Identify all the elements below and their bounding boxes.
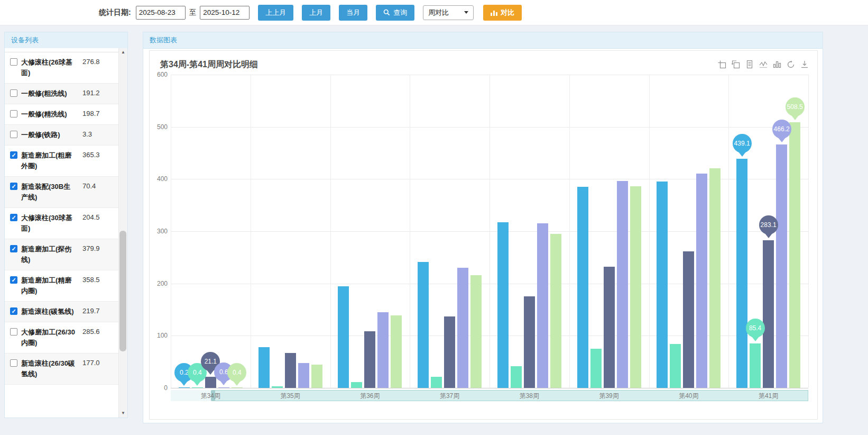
chart-bar[interactable] xyxy=(604,267,615,388)
device-row[interactable]: 大修滚柱(26球基面)276.8 xyxy=(5,52,119,84)
chart-bar[interactable] xyxy=(431,377,442,388)
chart-bar[interactable] xyxy=(696,174,707,388)
chart-bar[interactable] xyxy=(338,286,349,388)
device-value: 285.6 xyxy=(82,327,100,337)
prev-month-label: 上月 xyxy=(309,8,323,17)
chart-bar[interactable] xyxy=(630,186,641,388)
scrollbar-thumb[interactable] xyxy=(119,231,126,351)
device-row[interactable]: ✓新造装配(30B生产线)70.4 xyxy=(5,177,119,208)
chart-bar[interactable] xyxy=(258,347,270,388)
value-pin-marker: 466.2 xyxy=(772,120,791,142)
chart-bar[interactable] xyxy=(272,386,283,388)
date-to-input[interactable] xyxy=(200,6,250,20)
chart-bar[interactable] xyxy=(391,315,402,388)
checkbox-checked[interactable]: ✓ xyxy=(10,276,17,284)
bar-chart-toggle-icon[interactable] xyxy=(772,60,781,69)
device-row[interactable]: 大修磨加工(26/30内圈)285.6 xyxy=(5,322,119,354)
chart-bar[interactable] xyxy=(709,168,721,388)
device-row[interactable]: 新造滚柱(26/30碳氢线)177.0 xyxy=(5,354,119,385)
chart-bar[interactable] xyxy=(311,365,322,388)
device-row[interactable]: ✓大修滚柱(30球基面)204.5 xyxy=(5,208,119,239)
chart-bar[interactable] xyxy=(683,251,694,388)
chart-bar[interactable] xyxy=(657,182,668,388)
checkbox-unchecked[interactable] xyxy=(10,359,17,367)
checkbox-unchecked[interactable] xyxy=(10,110,17,117)
scrollbar[interactable]: ▲ ▼ xyxy=(118,48,127,418)
date-separator: 至 xyxy=(189,8,197,17)
prev-prev-month-label: 上上月 xyxy=(265,8,286,17)
chart-bar[interactable] xyxy=(617,181,628,388)
device-row[interactable]: ✓新造磨加工(探伤线)379.9 xyxy=(5,239,119,270)
chart-bar[interactable] xyxy=(524,296,535,388)
device-label: 新造装配(30B生产线) xyxy=(21,182,76,203)
download-icon[interactable] xyxy=(800,60,809,69)
chart-bar[interactable] xyxy=(550,234,561,388)
checkbox-unchecked[interactable] xyxy=(10,131,17,138)
data-zoom-icon[interactable] xyxy=(717,60,726,69)
scroll-down-arrow-icon[interactable]: ▼ xyxy=(119,409,127,418)
device-row[interactable]: 一般修(精洗线)198.7 xyxy=(5,104,119,125)
checkbox-checked[interactable]: ✓ xyxy=(10,151,17,159)
scroll-up-arrow-icon[interactable]: ▲ xyxy=(119,48,127,57)
chart-bar[interactable] xyxy=(789,122,800,388)
checkbox-checked[interactable]: ✓ xyxy=(10,214,17,221)
checkbox-unchecked[interactable] xyxy=(10,58,17,66)
device-row[interactable]: ✓新造磨加工(粗磨外圈)365.3 xyxy=(5,146,119,177)
prev-month-button[interactable]: 上月 xyxy=(302,5,330,21)
date-from-input[interactable] xyxy=(136,6,186,20)
device-list: 大修滚柱(26球基面)276.8一般修(粗洗线)191.2一般修(精洗线)198… xyxy=(5,48,119,418)
query-label: 查询 xyxy=(393,8,407,17)
chart-bar[interactable] xyxy=(736,159,747,388)
checkbox-checked[interactable]: ✓ xyxy=(10,307,17,315)
chart-bar[interactable] xyxy=(418,262,429,388)
y-axis-tick-label: 200 xyxy=(150,280,168,287)
chart-bar[interactable] xyxy=(537,223,548,388)
chart-bar[interactable] xyxy=(457,268,468,388)
chart-bar[interactable] xyxy=(577,187,588,388)
line-chart-icon[interactable] xyxy=(759,60,768,69)
chart-bar[interactable] xyxy=(590,349,602,388)
chart-bar[interactable] xyxy=(776,144,787,388)
chart-bar[interactable] xyxy=(670,344,681,388)
chart-bar[interactable] xyxy=(364,331,375,388)
device-row[interactable]: ✓新造磨加工(精磨内圈)358.5 xyxy=(5,270,119,302)
chart-bar[interactable] xyxy=(179,387,190,388)
chart-bar[interactable] xyxy=(470,275,482,388)
chart-bar[interactable] xyxy=(444,316,455,388)
checkbox-unchecked[interactable] xyxy=(10,89,17,97)
pin-tail xyxy=(233,381,241,386)
query-button[interactable]: 查询 xyxy=(376,5,414,21)
zoom-reset-icon[interactable] xyxy=(731,60,740,69)
current-month-button[interactable]: 当月 xyxy=(339,5,367,21)
restore-icon[interactable] xyxy=(786,60,795,69)
checkbox-checked[interactable]: ✓ xyxy=(10,183,17,190)
chart-bar[interactable] xyxy=(763,240,774,388)
pin-value-label: 85.4 xyxy=(746,319,765,338)
chart-bar[interactable] xyxy=(232,387,243,388)
data-view-icon[interactable] xyxy=(745,60,754,69)
prev-prev-month-button[interactable]: 上上月 xyxy=(258,5,293,21)
y-axis-tick-label: 0 xyxy=(150,384,168,392)
pin-value-label: 283.1 xyxy=(759,215,778,234)
chart-bar[interactable] xyxy=(511,366,522,388)
device-row[interactable]: 一般修(粗洗线)191.2 xyxy=(5,84,119,104)
x-axis-tick-label: 第34周 xyxy=(192,392,229,401)
chart-bar[interactable] xyxy=(285,353,296,388)
chart-bar[interactable] xyxy=(192,387,203,388)
value-pin-marker: 85.4 xyxy=(746,319,765,341)
device-value: 365.3 xyxy=(82,150,100,160)
device-label: 新造磨加工(粗磨外圈) xyxy=(21,150,76,171)
chart-bar[interactable] xyxy=(750,343,761,388)
chart-bar[interactable] xyxy=(298,363,309,388)
chart-bar[interactable] xyxy=(218,387,229,388)
compare-mode-select[interactable]: 周对比 xyxy=(423,5,474,20)
chart-bar[interactable] xyxy=(351,382,362,388)
compare-button[interactable]: 对比 xyxy=(483,5,522,21)
chart-bar[interactable] xyxy=(377,312,389,388)
chart-bar[interactable] xyxy=(497,222,509,388)
checkbox-unchecked[interactable] xyxy=(10,328,17,336)
device-row[interactable]: 一般修(铁路)3.3 xyxy=(5,125,119,146)
checkbox-checked[interactable]: ✓ xyxy=(10,245,17,252)
device-label: 新造磨加工(精磨内圈) xyxy=(21,275,76,296)
device-row[interactable]: ✓新造滚柱(碳氢线)219.7 xyxy=(5,302,119,322)
